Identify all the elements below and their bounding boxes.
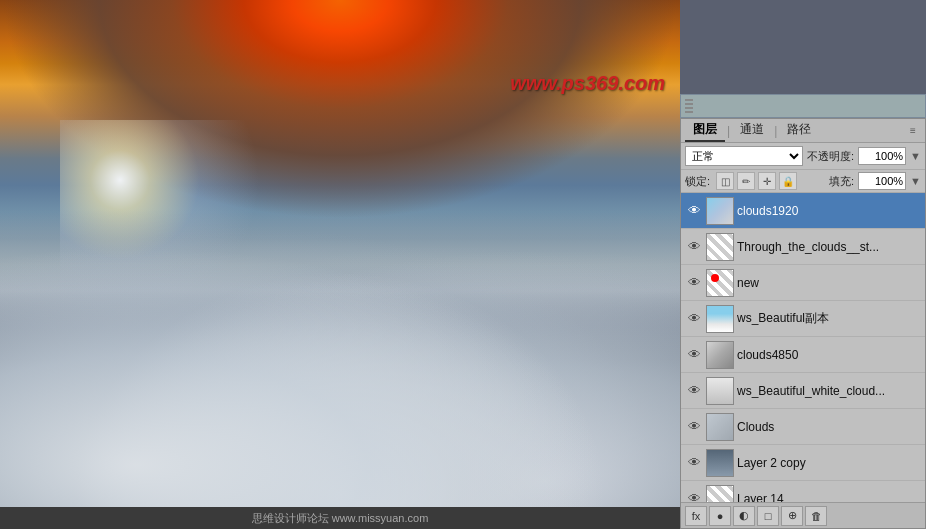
fill-input[interactable]: [858, 172, 906, 190]
layer-thumbnail-clouds1920: [706, 197, 734, 225]
layer-thumbnail-clouds4850: [706, 341, 734, 369]
tab-divider-2: |: [774, 124, 777, 138]
layer-name-layer14: Layer 14: [737, 492, 921, 503]
bottom-status-bar: 思维设计师论坛 www.missyuan.com: [0, 507, 680, 529]
clouds-layer: [0, 209, 680, 529]
layer-item-ws-beautiful-copy[interactable]: 👁 ws_Beautiful副本: [681, 301, 925, 337]
lock-label: 锁定:: [685, 174, 710, 189]
layer-item-clouds[interactable]: 👁 Clouds: [681, 409, 925, 445]
canvas-area: www.ps369.com 思维设计师论坛 www.missyuan.com: [0, 0, 680, 529]
tab-divider-1: |: [727, 124, 730, 138]
layer-item-ws-beautiful-white[interactable]: 👁 ws_Beautiful_white_cloud...: [681, 373, 925, 409]
blend-mode-wrapper[interactable]: 正常: [685, 146, 803, 166]
layer-item-new[interactable]: 👁 new: [681, 265, 925, 301]
layer-thumbnail-clouds: [706, 413, 734, 441]
panel-bottom-toolbar: fx ● ◐ □ ⊕ 🗑: [681, 502, 925, 528]
layer-item-clouds1920[interactable]: 👁 clouds1920: [681, 193, 925, 229]
panel-drag-handle: [685, 99, 693, 113]
layer-item-layer2copy[interactable]: 👁 Layer 2 copy: [681, 445, 925, 481]
blend-mode-select[interactable]: 正常: [685, 146, 803, 166]
tab-paths[interactable]: 路径: [779, 119, 819, 142]
layer-name-layer2copy: Layer 2 copy: [737, 456, 921, 470]
layer-visibility-clouds4850[interactable]: 👁: [685, 346, 703, 364]
tab-channels[interactable]: 通道: [732, 119, 772, 142]
layer-thumbnail-ws-beautiful-white: [706, 377, 734, 405]
status-text: 思维设计师论坛 www.missyuan.com: [252, 511, 429, 526]
layer-visibility-layer14[interactable]: 👁: [685, 490, 703, 503]
lock-icons: ◫ ✏ ✛ 🔒: [716, 172, 797, 190]
opacity-arrow[interactable]: ▼: [910, 150, 921, 162]
lock-all-button[interactable]: 🔒: [779, 172, 797, 190]
layer-thumbnail-through-clouds: [706, 233, 734, 261]
layers-panel: 图层 | 通道 | 路径 ≡ 正常 不透明度: ▼ 锁定: ◫ ✏ ✛ 🔒 填充…: [680, 118, 926, 529]
lock-transparent-button[interactable]: ◫: [716, 172, 734, 190]
layer-name-ws-beautiful-white: ws_Beautiful_white_cloud...: [737, 384, 921, 398]
fill-row: 填充: ▼: [829, 172, 921, 190]
fill-arrow[interactable]: ▼: [910, 175, 921, 187]
layer-visibility-new[interactable]: 👁: [685, 274, 703, 292]
lock-move-button[interactable]: ✛: [758, 172, 776, 190]
panel-menu-button[interactable]: ≡: [905, 123, 921, 139]
layer-thumbnail-layer14: [706, 485, 734, 503]
layer-item-layer14[interactable]: 👁 Layer 14: [681, 481, 925, 502]
opacity-input[interactable]: [858, 147, 906, 165]
fill-label: 填充:: [829, 174, 854, 189]
layer-list[interactable]: 👁 clouds1920 👁 Through_the_clouds__st...…: [681, 193, 925, 502]
watermark: www.ps369.com: [510, 72, 665, 95]
layer-visibility-ws-beautiful-white[interactable]: 👁: [685, 382, 703, 400]
tab-layers[interactable]: 图层: [685, 119, 725, 142]
opacity-label: 不透明度:: [807, 149, 854, 164]
delete-layer-button[interactable]: 🗑: [805, 506, 827, 526]
layer-name-new: new: [737, 276, 921, 290]
layer-group-button[interactable]: □: [757, 506, 779, 526]
layer-item-clouds4850[interactable]: 👁 clouds4850: [681, 337, 925, 373]
layer-effects-button[interactable]: fx: [685, 506, 707, 526]
layer-visibility-clouds1920[interactable]: 👁: [685, 202, 703, 220]
blend-mode-row: 正常 不透明度: ▼: [681, 143, 925, 170]
new-layer-button[interactable]: ⊕: [781, 506, 803, 526]
layer-visibility-ws-beautiful-copy[interactable]: 👁: [685, 310, 703, 328]
adjustment-layer-button[interactable]: ◐: [733, 506, 755, 526]
lock-row: 锁定: ◫ ✏ ✛ 🔒 填充: ▼: [681, 170, 925, 193]
layer-visibility-clouds[interactable]: 👁: [685, 418, 703, 436]
layer-item-through-clouds[interactable]: 👁 Through_the_clouds__st...: [681, 229, 925, 265]
layer-name-clouds: Clouds: [737, 420, 921, 434]
panel-tabs: 图层 | 通道 | 路径 ≡: [681, 119, 925, 143]
layer-name-clouds1920: clouds1920: [737, 204, 921, 218]
lock-paint-button[interactable]: ✏: [737, 172, 755, 190]
layer-name-through-clouds: Through_the_clouds__st...: [737, 240, 921, 254]
layer-mask-button[interactable]: ●: [709, 506, 731, 526]
layer-thumbnail-ws-beautiful-copy: [706, 305, 734, 333]
layer-name-clouds4850: clouds4850: [737, 348, 921, 362]
layer-visibility-through-clouds[interactable]: 👁: [685, 238, 703, 256]
layer-thumbnail-new: [706, 269, 734, 297]
layer-name-ws-beautiful-copy: ws_Beautiful副本: [737, 310, 921, 327]
layer-visibility-layer2copy[interactable]: 👁: [685, 454, 703, 472]
panel-header[interactable]: [680, 94, 926, 118]
layer-thumbnail-layer2copy: [706, 449, 734, 477]
opacity-row: 不透明度: ▼: [807, 147, 921, 165]
